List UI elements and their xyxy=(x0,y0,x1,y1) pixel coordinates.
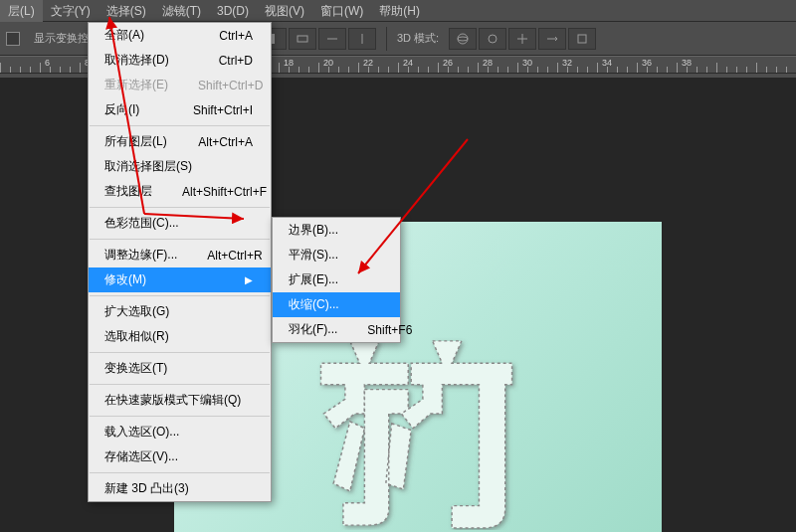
menu-item-label: 取消选择(D) xyxy=(104,52,169,69)
menu-item-shortcut: Shift+Ctrl+D xyxy=(198,79,263,92)
menu-bar: 层(L) 文字(Y) 选择(S) 滤镜(T) 3D(D) 视图(V) 窗口(W)… xyxy=(0,0,796,22)
menu-separator xyxy=(90,295,270,296)
select-menu-item[interactable]: 调整边缘(F)...Alt+Ctrl+R xyxy=(89,243,271,267)
menu-separator xyxy=(90,239,270,240)
menu-item-label: 全部(A) xyxy=(104,27,144,44)
select-menu-item[interactable]: 在快速蒙版模式下编辑(Q) xyxy=(89,388,271,413)
menu-layer[interactable]: 层(L) xyxy=(0,0,43,22)
menu-item-label: 重新选择(E) xyxy=(104,77,168,93)
3d-mode-group xyxy=(449,28,596,50)
ruler-mark: 30 xyxy=(522,58,532,68)
menu-item-label: 羽化(F)... xyxy=(289,321,337,338)
select-menu-item[interactable]: 选取相似(R) xyxy=(89,324,271,349)
select-menu-item[interactable]: 查找图层Alt+Shift+Ctrl+F xyxy=(89,179,271,204)
ruler-mark: 34 xyxy=(602,58,612,68)
select-menu-item[interactable]: 变换选区(T) xyxy=(89,356,271,381)
menu-item-label: 修改(M) xyxy=(104,271,146,288)
select-menu-item[interactable]: 修改(M)▶ xyxy=(89,267,271,292)
modify-submenu-item[interactable]: 羽化(F)...Shift+F6 xyxy=(273,317,400,342)
menu-item-label: 扩展(E)... xyxy=(289,271,338,288)
ruler-mark: 18 xyxy=(284,58,294,68)
ruler-mark: 36 xyxy=(642,58,652,68)
menu-separator xyxy=(90,472,270,473)
3d-pan-icon[interactable] xyxy=(508,28,536,50)
menu-item-label: 平滑(S)... xyxy=(289,247,338,264)
menu-separator xyxy=(90,207,270,208)
menu-item-label: 新建 3D 凸出(3) xyxy=(104,480,189,497)
ruler-mark: 38 xyxy=(682,58,692,68)
menu-item-label: 取消选择图层(S) xyxy=(104,158,192,175)
menu-item-label: 扩大选取(G) xyxy=(104,303,169,320)
menu-item-label: 选取相似(R) xyxy=(104,328,169,345)
svg-rect-8 xyxy=(298,36,307,42)
svg-rect-14 xyxy=(578,35,586,43)
select-menu-item[interactable]: 扩大选取(G) xyxy=(89,299,271,324)
modify-submenu-item[interactable]: 扩展(E)... xyxy=(273,267,400,292)
dist-icon[interactable] xyxy=(318,28,346,50)
menu-item-shortcut: Alt+Ctrl+R xyxy=(207,249,262,263)
menu-item-shortcut: Shift+F6 xyxy=(367,323,412,337)
menu-view[interactable]: 视图(V) xyxy=(257,0,312,22)
selection-glyph xyxy=(313,336,522,530)
menu-3d[interactable]: 3D(D) xyxy=(209,0,257,22)
menu-item-label: 查找图层 xyxy=(104,183,152,200)
distribute-group xyxy=(259,28,376,50)
ruler-mark: 20 xyxy=(323,58,333,68)
menu-separator xyxy=(90,416,270,417)
3d-roll-icon[interactable] xyxy=(479,28,506,50)
transform-controls-checkbox[interactable] xyxy=(6,32,20,46)
dist-icon[interactable] xyxy=(348,28,376,50)
divider xyxy=(386,27,387,51)
menu-item-shortcut: ▶ xyxy=(245,274,253,285)
3d-slide-icon[interactable] xyxy=(538,28,566,50)
menu-item-label: 存储选区(V)... xyxy=(104,448,178,465)
menu-help[interactable]: 帮助(H) xyxy=(371,0,428,22)
select-menu-item[interactable]: 载入选区(O)... xyxy=(89,420,271,444)
menu-separator xyxy=(90,352,270,353)
menu-separator xyxy=(90,125,270,126)
3d-orbit-icon[interactable] xyxy=(449,28,477,50)
dist-icon[interactable] xyxy=(289,28,316,50)
select-menu-item[interactable]: 重新选择(E)Shift+Ctrl+D xyxy=(89,73,271,97)
ruler-mark: 6 xyxy=(45,58,50,68)
3d-mode-label: 3D 模式: xyxy=(397,31,439,46)
ruler-mark: 24 xyxy=(403,58,413,68)
menu-item-label: 载入选区(O)... xyxy=(104,424,179,441)
svg-point-11 xyxy=(458,34,468,44)
menu-filter[interactable]: 滤镜(T) xyxy=(154,0,209,22)
ruler-mark: 26 xyxy=(443,58,453,68)
select-menu-item[interactable]: 所有图层(L)Alt+Ctrl+A xyxy=(89,129,271,154)
menu-select[interactable]: 选择(S) xyxy=(99,0,154,22)
modify-submenu-item[interactable]: 平滑(S)... xyxy=(273,243,400,267)
svg-rect-7 xyxy=(272,34,275,44)
menu-item-label: 色彩范围(C)... xyxy=(104,215,179,232)
select-menu-item[interactable]: 取消选择(D)Ctrl+D xyxy=(89,48,271,73)
menu-item-shortcut: Ctrl+A xyxy=(219,29,253,43)
3d-scale-icon[interactable] xyxy=(568,28,596,50)
select-menu-item[interactable]: 全部(A)Ctrl+A xyxy=(89,23,271,48)
svg-point-12 xyxy=(458,37,468,41)
select-menu-item[interactable]: 新建 3D 凸出(3) xyxy=(89,476,271,501)
menu-item-label: 收缩(C)... xyxy=(289,296,339,313)
menu-item-label: 边界(B)... xyxy=(289,222,338,239)
select-menu-item[interactable]: 存储选区(V)... xyxy=(89,444,271,469)
menu-item-label: 在快速蒙版模式下编辑(Q) xyxy=(104,392,241,409)
select-menu-dropdown: 全部(A)Ctrl+A取消选择(D)Ctrl+D重新选择(E)Shift+Ctr… xyxy=(88,22,272,502)
menu-item-label: 反向(I) xyxy=(104,101,139,118)
modify-submenu-item[interactable]: 边界(B)... xyxy=(273,218,400,243)
menu-text[interactable]: 文字(Y) xyxy=(43,0,99,22)
svg-point-13 xyxy=(489,35,497,43)
ruler-mark: 32 xyxy=(562,58,572,68)
menu-item-label: 所有图层(L) xyxy=(104,133,167,150)
ruler-mark: 22 xyxy=(363,58,373,68)
menu-item-label: 变换选区(T) xyxy=(104,360,167,377)
modify-submenu-item[interactable]: 收缩(C)... xyxy=(273,292,400,317)
ruler-mark: 28 xyxy=(483,58,493,68)
select-menu-item[interactable]: 色彩范围(C)... xyxy=(89,211,271,236)
select-menu-item[interactable]: 取消选择图层(S) xyxy=(89,154,271,179)
menu-item-shortcut: Ctrl+D xyxy=(219,54,253,68)
select-menu-item[interactable]: 反向(I)Shift+Ctrl+I xyxy=(89,97,271,122)
menu-item-shortcut: Alt+Ctrl+A xyxy=(198,135,253,149)
menu-separator xyxy=(90,384,270,385)
menu-window[interactable]: 窗口(W) xyxy=(312,0,371,22)
